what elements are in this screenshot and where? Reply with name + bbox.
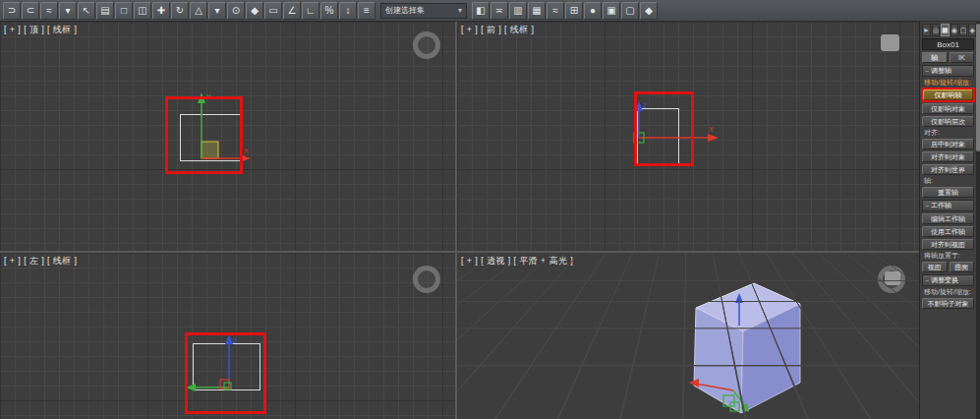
display-tab[interactable]: ▢	[959, 24, 968, 36]
select-and-link-icon[interactable]: ⊃	[3, 2, 21, 20]
window-crossing-icon[interactable]: ◫	[134, 2, 151, 20]
percent-snap-icon[interactable]: %	[320, 2, 338, 20]
edit-named-selection-sets-icon[interactable]: ≡	[358, 2, 375, 20]
select-object-icon[interactable]: ↖	[78, 2, 95, 20]
working-pivot-title: 工作轴	[931, 201, 951, 210]
affect-object-only-button[interactable]: 仅影响对象	[922, 103, 974, 114]
viewport-left[interactable]: [ + ] [ 左 ] [ 线框 ] Z	[0, 253, 455, 419]
viewport-area: [ + ] [ 顶 ] [ 线框 ] Y X	[0, 22, 919, 419]
toolbar-group-left: ⊃⊂≈▾↖▤□◫✚↻△▾⊙◆▭∠∟%↕≡	[3, 2, 375, 20]
affect-hierarchy-only-button[interactable]: 仅影响层次	[922, 116, 974, 127]
align-to-world-button[interactable]: 对齐到世界	[922, 164, 974, 175]
selection-set-combo[interactable]: 创建选择集 ▾	[380, 3, 467, 19]
collapse-icon: −	[925, 68, 929, 75]
select-by-name-icon[interactable]: ▤	[96, 2, 114, 20]
selection-filter-dropdown[interactable]: ▾	[59, 2, 77, 20]
render-production-icon[interactable]: ◆	[640, 2, 658, 20]
bind-to-space-warp-icon[interactable]: ≈	[40, 2, 58, 20]
use-pivot-point-icon[interactable]: ⊙	[227, 2, 245, 20]
curve-editor-icon[interactable]: ≈	[547, 2, 564, 20]
pivot-label: 轴:	[922, 177, 974, 185]
transform-label-2: 移动/旋转/缩放:	[922, 288, 974, 296]
motion-tab[interactable]: ◉	[951, 24, 958, 36]
rectangular-selection-region-icon[interactable]: □	[115, 2, 133, 20]
viewport-front[interactable]: [ + ] [ 前 ] [ 线框 ] Z X	[457, 22, 919, 251]
chevron-down-icon: ▾	[458, 6, 462, 15]
adjust-pivot-rollout-header[interactable]: − 调整轴	[922, 65, 974, 77]
annotation-box-front	[634, 91, 694, 166]
rendered-frame-icon[interactable]: ▢	[621, 2, 639, 20]
toolbar-group-right: ◧≍▥▦≈⊞●▣▢◆	[472, 2, 658, 20]
utilities-tab[interactable]: ◈	[968, 24, 975, 36]
object-name-field[interactable]: Box01	[922, 38, 974, 50]
command-panel: ►◎▦◉▢◈ Box01 轴 IK − 调整轴 移动/旋转/缩放: 仅影响轴 仅…	[919, 22, 980, 419]
command-panel-tabs: ►◎▦◉▢◈	[922, 24, 974, 36]
render-setup-icon[interactable]: ▣	[603, 2, 620, 20]
steering-wheel-icon[interactable]	[413, 31, 440, 59]
unlink-selection-icon[interactable]: ⊂	[22, 2, 39, 20]
mirror-icon[interactable]: ◧	[472, 2, 490, 20]
adjust-transform-title: 调整变换	[931, 275, 958, 285]
working-pivot-rollout-header[interactable]: − 工作轴	[922, 200, 974, 211]
ik-mode-button[interactable]: IK	[950, 52, 975, 63]
annotation-affect-pivot: 仅影响轴	[921, 88, 975, 102]
spinner-snap-icon[interactable]: ↕	[339, 2, 357, 20]
hierarchy-tab[interactable]: ▦	[941, 24, 950, 36]
place-view-button[interactable]: 视图	[922, 262, 948, 272]
alignment-label: 对齐:	[922, 129, 974, 137]
place-surface-button[interactable]: 曲面	[950, 262, 975, 272]
align-to-view-button[interactable]: 对齐到视图	[922, 239, 974, 250]
schematic-view-icon[interactable]: ⊞	[565, 2, 583, 20]
select-and-move-icon[interactable]: ✚	[152, 2, 170, 20]
adjust-pivot-title: 调整轴	[931, 66, 951, 76]
viewport-left-label[interactable]: [ + ] [ 左 ] [ 线框 ]	[4, 255, 77, 268]
svg-text:X: X	[244, 148, 249, 154]
collapse-icon: −	[925, 277, 929, 284]
main-toolbar: ⊃⊂≈▾↖▤□◫✚↻△▾⊙◆▭∠∟%↕≡ 创建选择集 ▾ ◧≍▥▦≈⊞●▣▢◆	[0, 0, 980, 22]
annotation-box-left	[185, 332, 266, 414]
dont-affect-children-button[interactable]: 不影响子对象	[922, 298, 974, 309]
viewport-front-label[interactable]: [ + ] [ 前 ] [ 线框 ]	[461, 24, 534, 36]
viewport-top[interactable]: [ + ] [ 顶 ] [ 线框 ] Y X	[0, 22, 455, 251]
box-3d[interactable]	[694, 283, 800, 413]
collapse-icon: −	[925, 203, 929, 210]
use-working-pivot-button[interactable]: 使用工作轴	[922, 226, 974, 237]
center-to-object-button[interactable]: 居中到对象	[922, 139, 974, 150]
viewport-perspective-canvas	[457, 253, 919, 419]
pivot-mode-button[interactable]: 轴	[922, 52, 948, 63]
adjust-transform-rollout-header[interactable]: − 调整变换	[922, 274, 974, 286]
snaps-toggle-icon[interactable]: ∠	[283, 2, 301, 20]
align-to-object-button[interactable]: 对齐到对象	[922, 151, 974, 162]
hierarchy-mode-buttons: 轴 IK	[922, 52, 974, 63]
3dsmax-window: ⊃⊂≈▾↖▤□◫✚↻△▾⊙◆▭∠∟%↕≡ 创建选择集 ▾ ◧≍▥▦≈⊞●▣▢◆ …	[0, 0, 980, 419]
viewport-perspective-label[interactable]: [ + ] [ 透视 ] [ 平滑 + 高光 ]	[461, 255, 573, 268]
viewcube-home-icon[interactable]	[885, 271, 900, 285]
reset-pivot-button[interactable]: 重置轴	[922, 187, 974, 198]
select-and-manipulate-icon[interactable]: ◆	[246, 2, 263, 20]
viewport-top-label[interactable]: [ + ] [ 顶 ] [ 线框 ]	[4, 24, 77, 36]
select-and-rotate-icon[interactable]: ↻	[171, 2, 189, 20]
selection-set-value: 创建选择集	[385, 5, 425, 16]
align-icon[interactable]: ≍	[490, 2, 508, 20]
viewport-perspective[interactable]: [ + ] [ 透视 ] [ 平滑 + 高光 ]	[457, 253, 919, 419]
reference-coordinate-dropdown[interactable]: ▾	[208, 2, 226, 20]
edit-working-pivot-button[interactable]: 编辑工作轴	[922, 213, 974, 224]
keyboard-override-icon[interactable]: ▭	[264, 2, 282, 20]
layer-manager-icon[interactable]: ▥	[509, 2, 527, 20]
steering-wheel-icon[interactable]	[413, 266, 440, 293]
create-tab[interactable]: ►	[922, 24, 931, 36]
affect-pivot-only-button[interactable]: 仅影响轴	[923, 90, 973, 100]
place-pivot-label: 将轴放置于:	[922, 252, 974, 260]
material-editor-icon[interactable]: ●	[584, 2, 602, 20]
annotation-box-top	[165, 96, 243, 174]
svg-text:X: X	[709, 126, 714, 133]
viewcube-home-icon[interactable]	[881, 34, 899, 51]
angle-snap-icon[interactable]: ∟	[302, 2, 319, 20]
panel-scrollbar[interactable]	[976, 22, 980, 419]
modify-tab[interactable]: ◎	[932, 24, 940, 36]
select-and-scale-icon[interactable]: △	[190, 2, 207, 20]
place-pivot-buttons: 视图 曲面	[922, 262, 974, 272]
transform-label: 移动/旋转/缩放:	[922, 79, 974, 87]
ribbon-icon[interactable]: ▦	[528, 2, 546, 20]
